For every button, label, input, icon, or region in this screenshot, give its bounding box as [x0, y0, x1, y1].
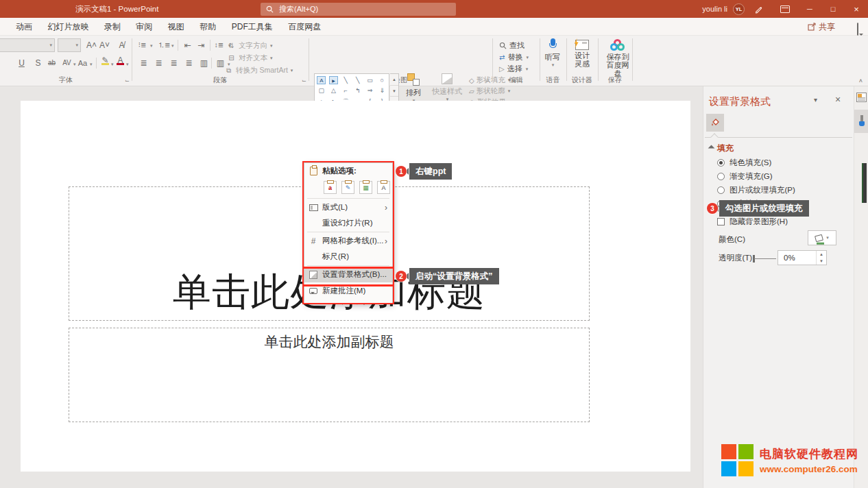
ribbon-display-options-icon[interactable]	[772, 0, 798, 18]
radio-icon[interactable]	[717, 173, 725, 180]
convert-smartart-button[interactable]: ⧉转换为 SmartArt▾	[224, 64, 293, 76]
radio-selected-icon[interactable]	[717, 159, 725, 167]
minimize-button[interactable]: ─	[798, 0, 821, 18]
find-button[interactable]: 查找	[499, 40, 525, 51]
dictate-button[interactable]: 听写▾	[545, 38, 560, 68]
pane-close-icon[interactable]: ×	[835, 94, 841, 105]
transparency-value-spinner[interactable]: 0% ▲▼	[777, 250, 827, 265]
bullets-icon[interactable]: ⁝≣	[137, 39, 147, 51]
option-solid-fill[interactable]: 纯色填充(S)	[717, 158, 771, 168]
shadow-icon[interactable]: S	[33, 57, 43, 69]
decrease-indent-icon[interactable]: ⇤	[182, 39, 193, 51]
menu-item-new-comment[interactable]: 新建批注(M)	[304, 282, 392, 300]
font-name-combo[interactable]: ▾	[0, 38, 55, 52]
grow-font-icon[interactable]: A˄	[86, 39, 97, 51]
shape-curve-connector-icon[interactable]: ↰	[355, 87, 361, 94]
strikethrough-icon[interactable]: ab	[47, 57, 57, 69]
paste-keep-formatting-icon[interactable]: ✎	[341, 181, 354, 194]
tab-review[interactable]: 审阅	[130, 18, 158, 36]
distribute-icon[interactable]: ▥	[199, 57, 209, 69]
shape-down-arrow-icon[interactable]: ⇓	[379, 87, 385, 94]
tab-help[interactable]: 帮助	[193, 18, 222, 36]
numbering-icon[interactable]: ⒈≣	[158, 39, 170, 51]
font-color-icon[interactable]: A	[115, 56, 125, 65]
justify-icon[interactable]: ≣	[184, 57, 194, 69]
close-button[interactable]: ×	[845, 0, 868, 18]
menu-item-grid-guides[interactable]: # 网格和参考线(I)... ›	[304, 233, 392, 249]
share-button[interactable]: 共享	[808, 18, 835, 36]
option-hide-background[interactable]: 隐藏背景图形(H)	[717, 217, 788, 227]
transparency-slider-track[interactable]	[754, 258, 776, 259]
menu-item-layout[interactable]: 版式(L) ›	[304, 199, 392, 215]
underline-icon[interactable]: U	[16, 57, 27, 69]
arrange-button[interactable]: 排列▾	[406, 73, 421, 103]
shape-rounded-rect-icon[interactable]: ▢	[319, 87, 325, 94]
radio-icon[interactable]	[717, 186, 725, 194]
shape-line-icon[interactable]: ╲	[343, 77, 347, 84]
restore-button[interactable]: □	[821, 0, 845, 18]
pen-mode-icon[interactable]	[745, 0, 772, 18]
slide-properties-icon[interactable]	[856, 93, 867, 102]
shape-oval-icon[interactable]: ○	[380, 77, 383, 84]
character-spacing-icon[interactable]: AV	[62, 57, 72, 69]
collapse-ribbon-icon[interactable]: ˄	[859, 77, 863, 84]
shape-rectangle-icon[interactable]: ▭	[367, 77, 373, 84]
change-case-icon[interactable]: Aa	[77, 57, 88, 69]
align-right-icon[interactable]: ≣	[169, 57, 179, 69]
fill-section-header[interactable]: 填充	[709, 143, 734, 154]
align-text-button[interactable]: ⊟对齐文本▾	[226, 52, 273, 64]
shape-triangle-icon[interactable]: △	[331, 87, 336, 94]
save-to-baidu-button[interactable]: 保存到百度网盘	[603, 39, 632, 77]
quick-styles-button[interactable]: 快速样式▾	[432, 73, 462, 102]
align-center-icon[interactable]: ≣	[154, 57, 164, 69]
tab-view[interactable]: 视图	[162, 18, 191, 36]
user-name[interactable]: youlin li	[702, 5, 727, 13]
shape-outline-button[interactable]: ▱形状轮廓▾	[469, 86, 510, 96]
menu-item-format-background[interactable]: 设置背景格式(B)...	[304, 267, 392, 282]
option-picture-fill[interactable]: 图片或纹理填充(P)	[717, 185, 795, 195]
paste-destination-theme-icon[interactable]: a	[324, 181, 337, 194]
subtitle-placeholder[interactable]: 单击此处添加副标题	[69, 328, 590, 422]
avatar[interactable]: YL	[733, 3, 745, 15]
vertical-textbox-icon[interactable]: ▶	[329, 76, 338, 84]
pane-options-caret-icon[interactable]: ▾	[814, 96, 817, 103]
shape-right-arrow-icon[interactable]: ⇒	[367, 87, 373, 94]
increase-indent-icon[interactable]: ⇥	[196, 39, 206, 51]
tab-slideshow[interactable]: 幻灯片放映	[41, 18, 95, 36]
tab-baidu-netdisk[interactable]: 百度网盘	[282, 18, 327, 36]
tab-animation[interactable]: 动画	[10, 18, 38, 36]
search-input[interactable]: 搜索(Alt+Q)	[261, 3, 456, 16]
textbox-icon[interactable]: A	[317, 76, 326, 84]
design-ideas-button[interactable]: 设计灵感	[575, 40, 590, 68]
align-left-icon[interactable]: ≣	[138, 57, 149, 69]
shapes-scroll-down-icon[interactable]: ▼	[390, 86, 398, 97]
paragraph-dialog-launcher[interactable]: ⌙	[302, 77, 306, 84]
fill-tab-button[interactable]	[706, 114, 724, 132]
shape-elbow-icon[interactable]: ⌐	[344, 87, 348, 94]
font-size-combo[interactable]: ▾	[58, 38, 81, 52]
menu-item-reset-slide[interactable]: 重设幻灯片(R)	[304, 215, 392, 231]
tab-pdf-tools[interactable]: PDF工具集	[226, 18, 279, 36]
tab-record[interactable]: 录制	[98, 18, 127, 36]
shape-arrow-line-icon[interactable]: ╲	[356, 77, 359, 84]
paste-picture-icon[interactable]: ▦	[359, 181, 372, 194]
shapes-scroll-up-icon[interactable]: ▲	[390, 74, 398, 86]
spinner-up-icon[interactable]: ▲	[817, 251, 826, 258]
highlight-color-icon[interactable]: ✎	[100, 56, 110, 65]
shrink-font-icon[interactable]: A˅	[99, 39, 110, 51]
slide-subtitle-text[interactable]: 单击此处添加副标题	[69, 332, 589, 352]
clear-formatting-icon[interactable]: A̸	[117, 39, 127, 51]
paste-text-only-icon[interactable]: A	[377, 181, 390, 194]
comments-icon[interactable]	[857, 23, 858, 36]
text-direction-button[interactable]: ⇅文字方向▾	[226, 40, 273, 51]
color-dropdown-button[interactable]: ▾	[808, 230, 836, 245]
pane-scrollbar-thumb[interactable]	[862, 163, 867, 203]
spinner-down-icon[interactable]: ▼	[817, 258, 826, 265]
select-button[interactable]: ▷ 选择▾	[499, 64, 528, 74]
checkbox-icon[interactable]	[717, 218, 725, 225]
menu-item-ruler[interactable]: 标尺(R)	[304, 249, 392, 265]
transparency-value[interactable]: 0%	[778, 254, 816, 262]
line-spacing-icon[interactable]: ↕≣	[214, 39, 224, 51]
font-dialog-launcher[interactable]: ⌙	[125, 77, 130, 84]
option-gradient-fill[interactable]: 渐变填充(G)	[717, 171, 773, 182]
